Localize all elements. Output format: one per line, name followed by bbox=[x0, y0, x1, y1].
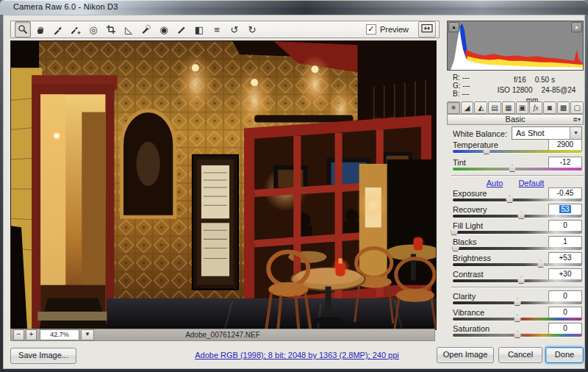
targeted-adjustment-tool[interactable]: ◎ bbox=[85, 21, 101, 37]
white-balance-select[interactable]: As Shot ▾ bbox=[512, 126, 582, 140]
graduated-filter-tool[interactable]: ◧ bbox=[191, 21, 207, 37]
shadow-clipping-toggle[interactable]: ▲ bbox=[448, 22, 459, 32]
slider-track[interactable] bbox=[453, 215, 582, 218]
zoom-tool[interactable] bbox=[15, 21, 31, 37]
white-balance-tool[interactable] bbox=[50, 21, 66, 37]
tab-effects[interactable]: fx bbox=[529, 101, 542, 114]
eye-icon: ◉ bbox=[159, 24, 168, 35]
image-status-bar: − + 42.7% ▼ Adobe_00761247.NEF bbox=[10, 329, 435, 341]
slider-thumb[interactable] bbox=[517, 212, 526, 219]
healing-brush-icon bbox=[141, 24, 151, 35]
tab-snapshots[interactable]: ▢ bbox=[570, 101, 584, 114]
window-title: Camera Raw 6.0 - Nikon D3 bbox=[13, 2, 118, 11]
slider-track[interactable] bbox=[453, 168, 582, 171]
tab-hsl-grayscale[interactable]: ▤ bbox=[488, 101, 501, 114]
rotate-ccw-icon: ↺ bbox=[231, 24, 239, 35]
slider-thumb[interactable] bbox=[514, 315, 522, 322]
slider-value-field[interactable]: +53 bbox=[548, 252, 582, 264]
slider-thumb[interactable] bbox=[506, 196, 514, 203]
title-bar[interactable]: Camera Raw 6.0 - Nikon D3 bbox=[0, 0, 588, 15]
tab-detail[interactable]: ◭ bbox=[474, 101, 487, 114]
red-eye-removal-tool[interactable]: ◉ bbox=[156, 21, 172, 37]
graduated-filter-icon: ◧ bbox=[195, 24, 204, 35]
histogram[interactable]: ▲ ▲ bbox=[447, 21, 584, 71]
slider-value-field[interactable]: 0 bbox=[548, 323, 582, 335]
shutter-value: 0.50 s bbox=[535, 76, 555, 84]
slider-track[interactable] bbox=[453, 150, 582, 153]
slider-value-field[interactable]: 0 bbox=[548, 290, 582, 302]
slider-thumb[interactable] bbox=[514, 331, 522, 338]
slider-track[interactable] bbox=[453, 334, 582, 337]
presets-icon: ▩ bbox=[560, 104, 567, 112]
slider-thumb[interactable] bbox=[508, 165, 516, 172]
g-label: G: bbox=[453, 82, 461, 90]
fullscreen-toggle-button[interactable] bbox=[418, 21, 436, 37]
auto-link[interactable]: Auto bbox=[487, 179, 503, 187]
r-label: R: bbox=[453, 74, 460, 82]
tab-basic[interactable]: ✳ bbox=[447, 101, 460, 114]
rotate-right-button[interactable]: ↻ bbox=[244, 21, 260, 37]
preview-checkbox[interactable]: ✓ bbox=[366, 24, 376, 35]
hsl-icon: ▤ bbox=[491, 104, 498, 112]
panel-title: Basic bbox=[506, 115, 526, 124]
snapshots-icon: ▢ bbox=[573, 104, 580, 112]
tab-presets[interactable]: ▩ bbox=[557, 101, 570, 114]
slider-track[interactable] bbox=[453, 198, 582, 201]
color-sampler-tool[interactable] bbox=[68, 21, 84, 37]
slider-value-field[interactable]: 0 bbox=[548, 220, 582, 232]
slider-track[interactable] bbox=[453, 231, 582, 234]
preferences-list-icon: ≡ bbox=[214, 24, 220, 35]
slider-track[interactable] bbox=[453, 318, 582, 321]
slider-value-field[interactable]: 1 bbox=[548, 236, 582, 248]
straighten-tool[interactable]: ◺ bbox=[121, 21, 137, 37]
slider-thumb[interactable] bbox=[537, 260, 545, 268]
slider-track[interactable] bbox=[453, 301, 582, 304]
done-button[interactable]: Done bbox=[545, 347, 584, 363]
panel-divider bbox=[451, 287, 584, 287]
tab-camera-calibration[interactable]: ◙ bbox=[543, 101, 556, 114]
slider-label: Exposure bbox=[453, 189, 487, 198]
slider-label: Contrast bbox=[453, 270, 484, 279]
spot-removal-tool[interactable] bbox=[138, 21, 154, 37]
auto-default-row: Auto Default bbox=[447, 179, 584, 187]
default-link[interactable]: Default bbox=[518, 179, 544, 187]
tab-split-toning[interactable]: ▦ bbox=[502, 101, 515, 114]
slider-value-field[interactable]: 0 bbox=[548, 307, 582, 318]
rotate-left-button[interactable]: ↺ bbox=[226, 21, 243, 37]
fx-icon: fx bbox=[533, 104, 538, 112]
slider-value-field[interactable]: 2900 bbox=[548, 139, 582, 151]
panel-menu-icon[interactable]: ≣▾ bbox=[573, 115, 581, 124]
crop-icon bbox=[106, 24, 116, 35]
open-image-button[interactable]: Open Image bbox=[437, 347, 494, 363]
adjustment-brush-tool[interactable] bbox=[173, 21, 190, 37]
level-triangle-icon: ◺ bbox=[125, 24, 132, 35]
slider-thumb[interactable] bbox=[517, 276, 526, 284]
cancel-button[interactable]: Cancel bbox=[498, 347, 542, 363]
slider-value-field[interactable]: -12 bbox=[548, 157, 582, 168]
tab-lens-corrections[interactable]: ▣ bbox=[516, 101, 529, 114]
slider-thumb[interactable] bbox=[514, 298, 522, 306]
slider-label: Vibrance bbox=[453, 308, 484, 317]
slider-tint: Tint -12 bbox=[453, 158, 582, 173]
slider-saturation: Saturation 0 bbox=[453, 324, 582, 339]
slider-label: Recovery bbox=[453, 205, 487, 214]
highlight-clipping-toggle[interactable]: ▲ bbox=[571, 22, 582, 32]
preferences-button[interactable]: ≡ bbox=[209, 21, 225, 37]
eyedropper-icon bbox=[53, 24, 63, 35]
slider-track[interactable] bbox=[453, 263, 582, 266]
cafe-photo bbox=[11, 41, 436, 329]
tab-tone-curve[interactable]: ◢ bbox=[461, 101, 474, 114]
target-icon: ◎ bbox=[89, 24, 97, 35]
slider-value-field[interactable]: 53 bbox=[548, 204, 582, 215]
slider-value-field[interactable]: +30 bbox=[548, 268, 582, 280]
slider-value-field[interactable]: -0.45 bbox=[548, 187, 582, 199]
hand-tool[interactable] bbox=[32, 21, 49, 37]
image-preview[interactable] bbox=[10, 40, 437, 330]
slider-track[interactable] bbox=[453, 247, 582, 250]
crop-tool[interactable] bbox=[103, 21, 119, 37]
slider-track[interactable] bbox=[453, 279, 582, 282]
white-balance-label: White Balance: bbox=[453, 129, 507, 138]
slider-blacks: Blacks 1 bbox=[453, 237, 582, 252]
rotate-cw-icon: ↻ bbox=[248, 24, 257, 35]
curve-icon: ◢ bbox=[465, 104, 470, 112]
